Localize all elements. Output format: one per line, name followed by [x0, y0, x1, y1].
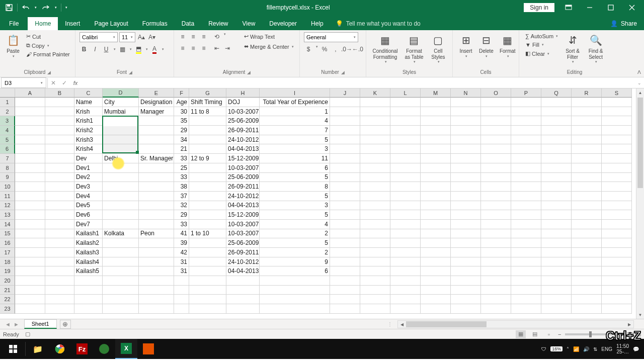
taskbar-explorer-icon[interactable]: 📁	[27, 339, 49, 359]
cell[interactable]	[421, 276, 451, 286]
cell[interactable]: Krish3	[74, 135, 103, 145]
cell[interactable]	[451, 201, 481, 211]
cell[interactable]	[330, 135, 360, 145]
scroll-left-icon[interactable]: ◀	[398, 322, 406, 327]
cell[interactable]	[45, 286, 74, 295]
tab-help[interactable]: Help	[304, 17, 331, 30]
cell[interactable]	[360, 238, 390, 248]
cell[interactable]	[45, 154, 74, 163]
cell[interactable]: 4	[260, 116, 330, 126]
row-header-3[interactable]: 3	[0, 116, 15, 126]
percent-format-icon[interactable]: %	[320, 45, 329, 54]
cell[interactable]	[103, 304, 139, 314]
cell[interactable]	[451, 257, 481, 267]
cell[interactable]	[421, 266, 451, 276]
format-painter-button[interactable]: 🖌Format Painter	[24, 50, 72, 58]
cell[interactable]	[390, 116, 421, 126]
cell[interactable]	[45, 116, 74, 126]
cell[interactable]: Kolkata	[103, 229, 139, 239]
cell[interactable]	[103, 238, 139, 248]
cell[interactable]	[421, 229, 451, 239]
cell[interactable]	[330, 144, 360, 154]
cell[interactable]	[572, 304, 602, 314]
cell[interactable]: Age	[174, 98, 189, 107]
cell[interactable]	[139, 144, 174, 154]
cell[interactable]	[15, 229, 45, 239]
row-header-6[interactable]: 6	[0, 144, 15, 154]
col-header-M[interactable]: M	[421, 88, 451, 98]
cell[interactable]	[421, 116, 451, 126]
cell[interactable]	[451, 304, 481, 314]
cell[interactable]	[451, 238, 481, 248]
cell[interactable]	[189, 304, 226, 314]
share-button[interactable]: 👤 Share	[603, 17, 644, 30]
new-sheet-button[interactable]: ⊕	[60, 320, 71, 329]
cell[interactable]	[541, 238, 572, 248]
tray-shield-icon[interactable]: 🛡	[541, 346, 546, 352]
cell[interactable]	[511, 248, 541, 257]
cell[interactable]	[541, 107, 572, 117]
macro-record-icon[interactable]: ▢	[25, 331, 30, 337]
cell[interactable]: 5	[260, 192, 330, 201]
cell[interactable]	[330, 286, 360, 295]
cell[interactable]	[602, 144, 632, 154]
cell[interactable]	[541, 163, 572, 173]
cell[interactable]	[602, 266, 632, 276]
cell[interactable]	[511, 238, 541, 248]
cell[interactable]	[360, 163, 390, 173]
sheet-tab-active[interactable]: Sheet1	[24, 319, 57, 329]
cell[interactable]	[189, 173, 226, 183]
cell[interactable]: 5	[260, 173, 330, 183]
cell[interactable]	[360, 229, 390, 239]
cell[interactable]	[260, 286, 330, 295]
cell[interactable]	[15, 163, 45, 173]
cell[interactable]	[602, 135, 632, 145]
cell[interactable]: 25-06-2009	[226, 116, 260, 126]
align-right-icon[interactable]: ≡	[199, 44, 208, 53]
cell[interactable]	[139, 248, 174, 257]
font-name-selector[interactable]: Calibri▾	[79, 32, 118, 42]
cell[interactable]	[330, 201, 360, 211]
cell[interactable]	[330, 163, 360, 173]
scroll-right-icon[interactable]: ▶	[625, 322, 633, 327]
col-header-Q[interactable]: Q	[541, 88, 572, 98]
cell[interactable]	[45, 135, 74, 145]
cell[interactable]	[572, 192, 602, 201]
cell[interactable]: Krish1	[74, 116, 103, 126]
row-header-8[interactable]: 8	[0, 163, 15, 173]
cell[interactable]	[572, 201, 602, 211]
cell[interactable]	[226, 276, 260, 286]
cell[interactable]: 4	[260, 220, 330, 229]
cell[interactable]	[139, 182, 174, 192]
cell[interactable]	[572, 154, 602, 163]
cell[interactable]	[541, 286, 572, 295]
tab-formulas[interactable]: Formulas	[135, 17, 175, 30]
cell[interactable]	[572, 210, 602, 220]
cell[interactable]	[572, 248, 602, 257]
cell[interactable]	[45, 304, 74, 314]
cell[interactable]	[45, 266, 74, 276]
cell[interactable]	[15, 266, 45, 276]
zoom-out-icon[interactable]: −	[558, 331, 561, 337]
cell[interactable]	[103, 163, 139, 173]
cell[interactable]	[360, 116, 390, 126]
cell[interactable]: 38	[174, 182, 189, 192]
comma-format-icon[interactable]: ,	[331, 45, 340, 54]
cell[interactable]	[360, 135, 390, 145]
cell[interactable]	[451, 286, 481, 295]
cell[interactable]	[481, 238, 511, 248]
expand-formula-bar-icon[interactable]: ⌄	[635, 80, 644, 85]
cell[interactable]	[481, 220, 511, 229]
cell[interactable]: City	[103, 98, 139, 107]
cell[interactable]	[390, 276, 421, 286]
cell[interactable]	[481, 192, 511, 201]
normal-view-icon[interactable]: ▦	[516, 330, 526, 338]
cell[interactable]	[390, 163, 421, 173]
align-bottom-icon[interactable]: ≡	[199, 32, 208, 41]
cell[interactable]	[572, 144, 602, 154]
cell[interactable]	[602, 107, 632, 117]
cell[interactable]	[390, 107, 421, 117]
number-format-selector[interactable]: General▾	[304, 32, 358, 42]
cell[interactable]	[15, 276, 45, 286]
cell[interactable]	[481, 182, 511, 192]
